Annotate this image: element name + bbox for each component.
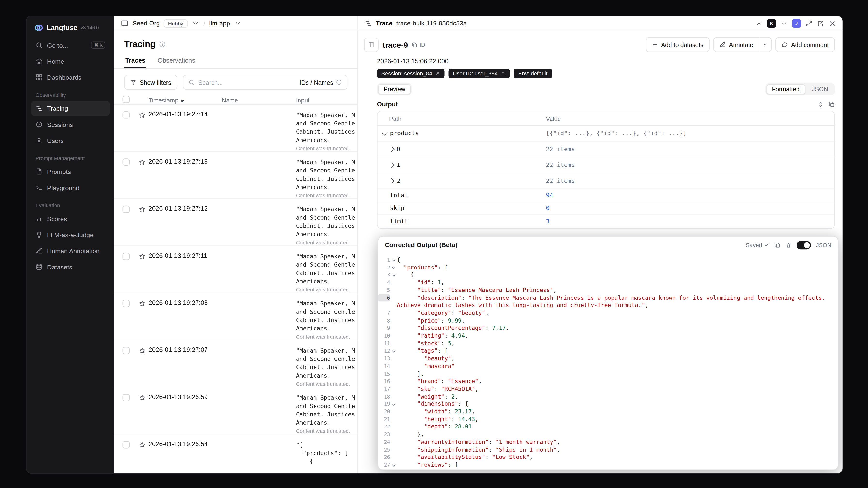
trace-row[interactable]: 2026-01-13 19:26:54 "{ "products": [ { [114, 434, 358, 473]
tab-observations[interactable]: Observations [157, 54, 196, 68]
show-filters-button[interactable]: Show filters [124, 75, 177, 90]
project-name[interactable]: llm-app [209, 20, 230, 26]
code-text: "depth": 28.01 [397, 423, 838, 431]
copy-icon[interactable] [774, 242, 780, 248]
row-checkbox[interactable] [123, 253, 130, 260]
home-icon [35, 58, 43, 65]
trace-badge[interactable]: Env: default [514, 69, 552, 78]
row-checkbox[interactable] [123, 206, 130, 213]
code-lines: 1 { 2 "products": [ 3 { 4 "id": 1, 5 "ti… [378, 256, 838, 469]
trace-row[interactable]: 2026-01-13 19:27:08 "Madam Speaker, M an… [114, 293, 358, 340]
output-row[interactable]: 2 22 items [377, 173, 834, 189]
trace-badge[interactable]: Session: session_84 [377, 69, 444, 78]
fold-chevron-icon[interactable] [390, 464, 397, 466]
trace-row[interactable]: 2026-01-13 19:27:12 "Madam Speaker, M an… [114, 199, 358, 246]
output-row[interactable]: products [{"id": ...}, {"id": ...}, {"id… [377, 126, 834, 142]
sidebar-item-llm-as-a-judge[interactable]: LLM-as-a-Judge [31, 227, 110, 242]
close-icon[interactable] [829, 20, 836, 27]
sidebar-item-sessions[interactable]: Sessions [31, 117, 110, 132]
tab-traces[interactable]: Traces [124, 54, 147, 68]
chevron-down-icon[interactable] [234, 20, 242, 27]
goto-search[interactable]: Go to... ⌘ K [31, 38, 110, 53]
sidebar-item-scores[interactable]: Scores [31, 211, 110, 226]
trace-badge[interactable]: User ID: user_384 [448, 69, 510, 78]
expand-chevron-icon[interactable] [389, 178, 394, 183]
star-icon[interactable] [138, 394, 146, 401]
chevron-up-icon[interactable] [755, 20, 763, 27]
trace-row[interactable]: 2026-01-13 19:27:13 "Madam Speaker, M an… [114, 152, 358, 199]
corrected-output-header: Corrected Output (Beta) Saved JSON [378, 237, 838, 253]
sidebar-item-users[interactable]: Users [31, 133, 110, 148]
format-formatted[interactable]: Formatted [766, 84, 805, 94]
row-checkbox[interactable] [123, 300, 130, 307]
tab-preview[interactable]: Preview [378, 84, 411, 94]
expand-icon[interactable] [805, 20, 813, 27]
trace-id-copy[interactable]: ID [412, 42, 425, 48]
search-input[interactable]: Search... IDs / Names [183, 75, 348, 90]
goto-label: Go to... [47, 42, 68, 49]
trace-input-preview: "Madam Speaker, M and Second Gentle Cabi… [296, 346, 358, 380]
annotate-button[interactable]: Annotate [713, 37, 760, 52]
trace-row[interactable]: 2026-01-13 19:26:59 "Madam Speaker, M an… [114, 388, 358, 434]
fold-chevron-icon[interactable] [390, 259, 397, 261]
output-row[interactable]: limit 3 [377, 215, 834, 228]
trash-icon[interactable] [785, 242, 792, 248]
star-icon[interactable] [138, 206, 146, 213]
sidebar-item-prompts[interactable]: Prompts [31, 164, 110, 179]
sidebar-item-datasets[interactable]: Datasets [31, 260, 110, 275]
sidebar-item-human-annotation[interactable]: Human Annotation [31, 243, 110, 258]
sidebar-item-dashboards[interactable]: Dashboards [31, 70, 110, 85]
trace-row[interactable]: 2026-01-13 19:27:07 "Madam Speaker, M an… [114, 340, 358, 387]
star-icon[interactable] [138, 253, 146, 260]
fold-chevron-icon[interactable] [390, 267, 397, 268]
output-row[interactable]: 0 22 items [377, 142, 834, 157]
row-checkbox[interactable] [123, 112, 130, 119]
unfold-icon[interactable] [817, 101, 824, 107]
collapse-panel-button[interactable] [364, 37, 378, 52]
row-checkbox[interactable] [123, 394, 130, 401]
trace-row[interactable]: 2026-01-13 19:27:11 "Madam Speaker, M an… [114, 246, 358, 293]
select-all-checkbox[interactable] [123, 96, 130, 103]
star-icon[interactable] [138, 441, 146, 449]
open-in-new-icon[interactable] [817, 20, 825, 27]
column-input[interactable]: Input [296, 97, 358, 103]
column-timestamp[interactable]: Timestamp [149, 97, 222, 103]
sidebar-item-home[interactable]: Home [31, 54, 110, 69]
sidebar-item-tracing[interactable]: Tracing [31, 101, 110, 116]
output-value: 0 [546, 205, 834, 212]
expand-chevron-icon[interactable] [389, 162, 394, 168]
org-name[interactable]: Seed Org [132, 20, 160, 26]
json-code-editor[interactable]: 1 { 2 "products": [ 3 { 4 "id": 1, 5 "ti… [378, 253, 838, 469]
add-to-datasets-button[interactable]: Add to datasets [646, 37, 710, 52]
sidebar-toggle-icon[interactable] [121, 20, 129, 27]
fold-chevron-icon[interactable] [390, 350, 397, 352]
fold-chevron-icon[interactable] [390, 274, 397, 276]
star-icon[interactable] [138, 300, 146, 307]
add-comment-button[interactable]: Add comment [775, 37, 835, 52]
info-icon[interactable] [159, 41, 165, 48]
chevron-down-icon[interactable] [780, 20, 788, 27]
trace-input-preview: "Madam Speaker, M and Second Gentle Cabi… [296, 158, 358, 191]
format-json[interactable]: JSON [806, 84, 834, 94]
trace-row[interactable]: 2026-01-13 19:27:14 "Madam Speaker, M an… [114, 105, 358, 152]
expand-chevron-icon[interactable] [382, 130, 388, 135]
output-row[interactable]: skip 0 [377, 202, 834, 215]
output-row[interactable]: total 94 [377, 189, 834, 202]
row-checkbox[interactable] [123, 441, 130, 449]
trace-badges: Session: session_84 User ID: user_384 En… [377, 69, 835, 78]
expand-chevron-icon[interactable] [389, 147, 394, 152]
fold-chevron-icon[interactable] [390, 403, 397, 405]
output-row[interactable]: 1 22 items [377, 157, 834, 173]
json-toggle[interactable] [797, 241, 811, 249]
star-icon[interactable] [138, 112, 146, 119]
search-scope-select[interactable]: IDs / Names [300, 79, 342, 86]
copy-icon[interactable] [829, 101, 835, 107]
row-checkbox[interactable] [123, 158, 130, 166]
sidebar-item-playground[interactable]: Playground [31, 180, 110, 195]
row-checkbox[interactable] [123, 347, 130, 354]
chevron-down-icon[interactable] [192, 20, 199, 27]
star-icon[interactable] [138, 158, 146, 166]
annotate-dropdown-button[interactable] [760, 37, 772, 52]
column-name[interactable]: Name [222, 97, 296, 103]
star-icon[interactable] [138, 347, 146, 354]
